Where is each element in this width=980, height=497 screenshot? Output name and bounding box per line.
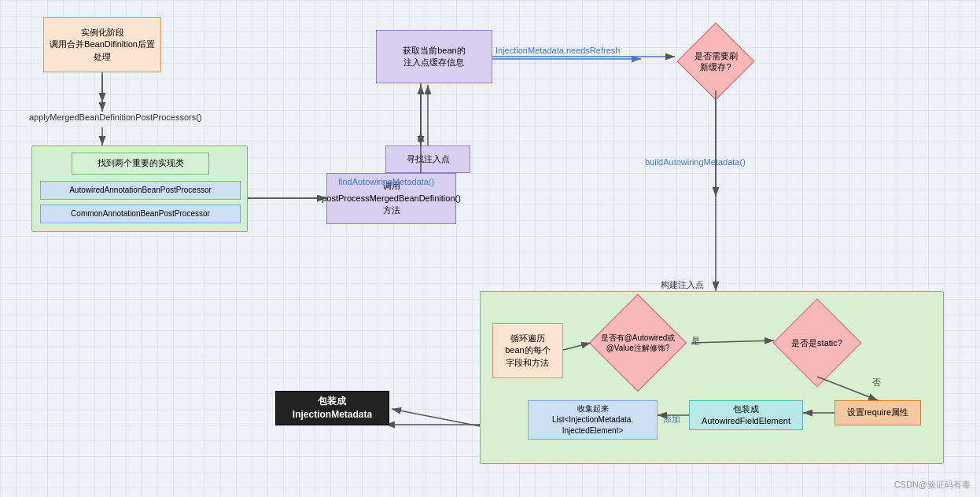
add-label: 添加 bbox=[663, 414, 680, 425]
apply-method-label: applyMergedBeanDefinitionPostProcessors(… bbox=[29, 112, 202, 122]
build-injection-point-label: 构建注入点 bbox=[661, 279, 704, 291]
is-static-diamond: 是否是static? bbox=[772, 307, 862, 378]
collect-list-box: 收集起来 List<InjectionMetadata. InjectedEle… bbox=[528, 400, 658, 440]
svg-line-19 bbox=[691, 341, 774, 343]
diagram-canvas: 实例化阶段 调用合并BeanDifinition后置处理 applyMerged… bbox=[0, 0, 980, 497]
yes-label-autowired: 是 bbox=[691, 335, 700, 347]
build-autowiring-label: buildAutowiringMetadata() bbox=[645, 157, 746, 167]
svg-line-24 bbox=[392, 409, 480, 426]
find-autowiring-label: findAutowiringMetadata() bbox=[338, 177, 434, 186]
find-injection-point-box: 寻找注入点 bbox=[385, 145, 470, 173]
watermark: CSDN@验证码有毒 bbox=[894, 479, 971, 491]
instantiation-stage-box: 实例化阶段 调用合并BeanDifinition后置处理 bbox=[43, 17, 161, 72]
common-processor-box: CommonAnnotationBeanPostProcessor bbox=[40, 204, 241, 223]
instantiation-label: 实例化阶段 调用合并BeanDifinition后置处理 bbox=[49, 27, 156, 63]
set-require-box: 设置require属性 bbox=[834, 400, 921, 425]
needs-refresh-label: InjectionMetadata.needsRefresh bbox=[496, 46, 620, 55]
wrap-metadata-box: 包装成 InjectionMetadata bbox=[275, 391, 389, 425]
find-classes-group: 找到两个重要的实现类 AutowiredAnnotationBeanPostPr… bbox=[31, 145, 248, 232]
get-injection-cache-box: 获取当前bean的 注入点缓存信息 bbox=[376, 30, 492, 83]
has-autowired-diamond: 是否有@Autowired或@Value注解修饰? bbox=[587, 307, 689, 378]
autowired-processor-box: AutowiredAnnotationBeanPostProcessor bbox=[40, 181, 241, 200]
wrap-element-box: 包装成 AutowiredFieldElement bbox=[689, 400, 803, 430]
need-refresh-diamond: 是否需要刷新缓存? bbox=[676, 30, 755, 93]
no-label-static: 否 bbox=[872, 377, 881, 388]
find-two-classes-box: 找到两个重要的实现类 bbox=[72, 153, 209, 175]
build-injection-group: 循环遍历 bean的每个 字段和方法 是否有@Autowired或@Value注… bbox=[480, 291, 944, 464]
loop-fields-box: 循环遍历 bean的每个 字段和方法 bbox=[492, 323, 563, 378]
svg-line-20 bbox=[817, 377, 878, 400]
